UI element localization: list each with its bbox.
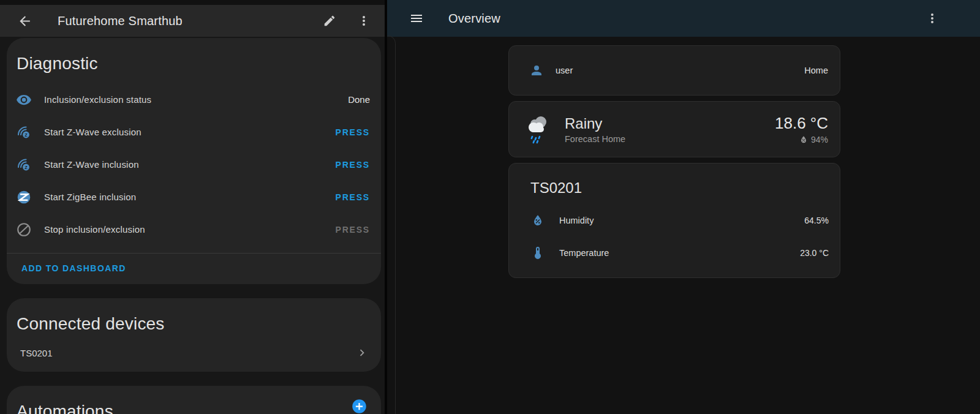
row-label: Start ZigBee inclusion bbox=[44, 192, 136, 202]
edit-button[interactable] bbox=[317, 9, 342, 33]
add-automation-button[interactable] bbox=[351, 398, 368, 414]
automations-card: Automations bbox=[7, 386, 381, 414]
kebab-menu-icon bbox=[925, 11, 940, 26]
dashboard-header: Overview bbox=[387, 0, 980, 37]
sensor-label: Temperature bbox=[559, 248, 609, 258]
sensor-row-humidity[interactable]: Humidity 64.5% bbox=[509, 204, 840, 236]
arrow-left-icon bbox=[17, 13, 32, 29]
dashboard-title: Overview bbox=[448, 12, 500, 26]
sensor-row-temperature[interactable]: Temperature 23.0 °C bbox=[509, 236, 840, 269]
press-button[interactable]: PRESS bbox=[336, 160, 370, 170]
person-icon bbox=[529, 63, 544, 78]
weather-temperature: 18.6 °C bbox=[775, 114, 828, 133]
sensor-value: 64.5% bbox=[804, 216, 829, 225]
row-value: Done bbox=[348, 94, 370, 105]
weather-rainy-icon bbox=[522, 112, 554, 146]
diagnostic-row-stop-inclusion: Stop inclusion/exclusion PRESS bbox=[7, 213, 381, 246]
row-label: Start Z-Wave inclusion bbox=[44, 159, 139, 170]
app-header: Futurehome Smarthub bbox=[0, 5, 385, 37]
svg-text:Z: Z bbox=[24, 164, 28, 170]
device-settings-panel: Futurehome Smarthub Diagnostic Inclusion bbox=[0, 0, 385, 414]
diagnostic-card: Diagnostic Inclusion/exclusion status Do… bbox=[7, 38, 381, 284]
weather-humidity: 94% bbox=[811, 135, 828, 145]
user-entity-name: user bbox=[556, 66, 573, 75]
automations-title: Automations bbox=[7, 386, 381, 414]
thermometer-icon bbox=[530, 246, 545, 260]
diagnostic-card-title: Diagnostic bbox=[7, 38, 381, 83]
row-label: Stop inclusion/exclusion bbox=[44, 224, 145, 235]
zwave-icon: Z bbox=[16, 124, 32, 140]
status-bar bbox=[0, 0, 385, 5]
diagnostic-row-zigbee-inclusion: Start ZigBee inclusion PRESS bbox=[7, 181, 381, 213]
humidity-icon bbox=[530, 213, 545, 228]
user-entity-state: Home bbox=[804, 66, 828, 75]
view-edge-line bbox=[387, 36, 396, 414]
row-label: Inclusion/exclusion status bbox=[44, 94, 151, 105]
kebab-menu-icon bbox=[356, 13, 371, 28]
weather-condition: Rainy bbox=[565, 115, 625, 132]
overflow-menu-button[interactable] bbox=[352, 9, 376, 33]
page-title: Futurehome Smarthub bbox=[58, 14, 183, 28]
user-entity-card[interactable]: user Home bbox=[508, 45, 840, 96]
zigbee-icon bbox=[16, 189, 32, 205]
sensor-card-title: TS0201 bbox=[509, 179, 840, 204]
connected-devices-title: Connected devices bbox=[7, 298, 381, 344]
device-name: TS0201 bbox=[20, 348, 53, 358]
eye-icon bbox=[16, 92, 32, 108]
row-label: Start Z-Wave exclusion bbox=[44, 127, 141, 137]
plus-circle-icon bbox=[351, 398, 368, 414]
sensor-entities-card: TS0201 Humidity 64.5% Temperature 23.0 °… bbox=[508, 163, 840, 278]
overview-dashboard-panel: Overview user Home bbox=[387, 0, 980, 414]
screen: Futurehome Smarthub Diagnostic Inclusion bbox=[0, 0, 980, 414]
dashboard-overflow-menu-button[interactable] bbox=[920, 6, 944, 31]
press-button[interactable]: PRESS bbox=[336, 192, 370, 202]
weather-entity-name: Forecast Home bbox=[565, 134, 625, 144]
sensor-value: 23.0 °C bbox=[800, 248, 829, 258]
device-link-ts0201[interactable]: TS0201 bbox=[7, 344, 381, 372]
diagnostic-row-zwave-exclusion: Z Start Z-Wave exclusion PRESS bbox=[7, 116, 381, 148]
svg-text:Z: Z bbox=[24, 132, 28, 137]
cancel-icon bbox=[16, 222, 32, 238]
zwave-icon: Z bbox=[16, 157, 32, 173]
connected-devices-card: Connected devices TS0201 bbox=[7, 298, 381, 372]
hamburger-menu-icon bbox=[409, 11, 424, 26]
add-to-dashboard-button[interactable]: ADD TO DASHBOARD bbox=[21, 263, 126, 273]
back-button[interactable] bbox=[12, 9, 37, 33]
weather-forecast-card[interactable]: Rainy Forecast Home 18.6 °C 94% bbox=[508, 101, 840, 157]
press-button[interactable]: PRESS bbox=[336, 127, 370, 137]
water-percent-icon bbox=[799, 135, 809, 145]
chevron-right-icon bbox=[355, 346, 369, 359]
sidebar-menu-button[interactable] bbox=[404, 6, 429, 31]
pencil-icon bbox=[323, 14, 336, 28]
sensor-label: Humidity bbox=[559, 216, 594, 225]
diagnostic-row-zwave-inclusion: Z Start Z-Wave inclusion PRESS bbox=[7, 148, 381, 181]
press-button-disabled: PRESS bbox=[336, 225, 370, 235]
diagnostic-row-inclusion-status: Inclusion/exclusion status Done bbox=[7, 83, 381, 116]
